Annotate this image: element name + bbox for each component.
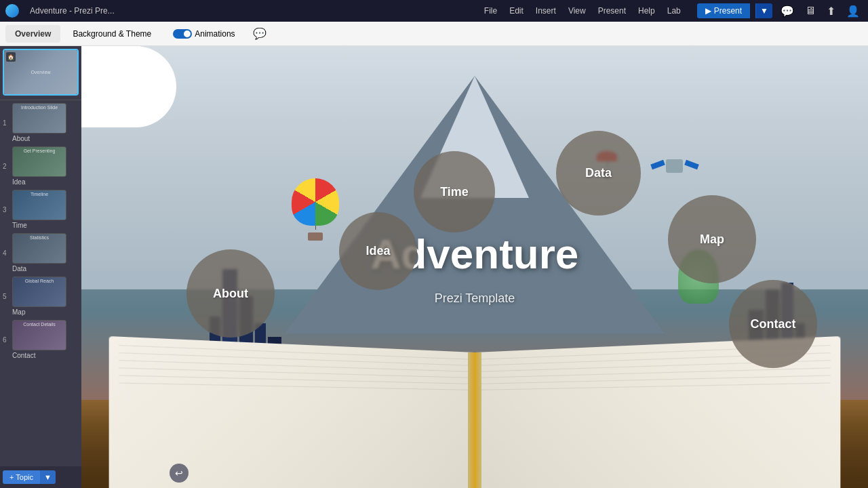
node-idea[interactable]: Idea	[339, 212, 417, 290]
main-area: 🏠 Overview Overview 1 Introduction Slide…	[0, 46, 868, 488]
menu-bar: File Edit Insert View Present Help Lab	[479, 3, 686, 18]
menu-view[interactable]: View	[563, 3, 591, 18]
slide-number: 2	[3, 163, 9, 170]
menu-file[interactable]: File	[479, 3, 502, 18]
comment-icon[interactable]: 💬	[253, 27, 267, 40]
slide-thumbnail-2: Get Presenting	[12, 146, 66, 177]
present-dropdown-button[interactable]: ▼	[755, 3, 772, 18]
list-item[interactable]: 1 Introduction Slide About	[3, 103, 79, 142]
tab-overview[interactable]: Overview	[5, 25, 60, 43]
node-data[interactable]: Data	[556, 131, 641, 216]
slide-thumbnail-1: Introduction Slide	[12, 103, 66, 134]
prezi-stage: About Time Idea Data Map Contact Adventu…	[81, 46, 868, 488]
slide-label-1: About	[12, 135, 30, 142]
topbar: Adventure - Prezi Pre... File Edit Inser…	[0, 0, 868, 22]
node-map[interactable]: Map	[668, 195, 756, 283]
slide-label-4: Data	[12, 265, 26, 272]
share-icon[interactable]: ⬆	[824, 3, 838, 19]
book-spine	[468, 352, 481, 488]
menu-help[interactable]: Help	[633, 3, 660, 18]
animations-toggle[interactable]	[173, 29, 192, 39]
satellite-panel-right	[684, 160, 699, 169]
satellite-decoration	[651, 151, 698, 182]
app-title: Adventure - Prezi Pre...	[30, 6, 468, 16]
home-icon: 🏠	[6, 52, 16, 62]
back-button[interactable]: ↩	[170, 464, 189, 483]
add-topic-dropdown[interactable]: ▼	[40, 470, 56, 484]
menu-present[interactable]: Present	[593, 3, 631, 18]
balloon-rope	[315, 226, 316, 230]
prezi-logo	[5, 4, 19, 18]
topbar-right: ▶ Present ▼ 💬 🖥 ⬆ 👤	[697, 3, 863, 19]
sidebar-overview-section: 🏠 Overview Overview	[0, 46, 81, 100]
toolbar: Overview Background & Theme Animations 💬	[0, 22, 868, 46]
slide-label-5: Map	[12, 308, 25, 316]
present-button[interactable]: ▶ Present	[697, 3, 750, 18]
menu-edit[interactable]: Edit	[504, 3, 529, 18]
book-left-page	[109, 336, 475, 488]
slide-label-2: Idea	[12, 178, 25, 186]
slide-thumb-overview[interactable]: 🏠 Overview Overview	[3, 49, 79, 96]
satellite-body	[666, 159, 683, 173]
book-decoration	[170, 339, 780, 488]
slide-thumbnail-5: Global Reach	[12, 277, 66, 307]
add-topic-button[interactable]: + Topic	[3, 470, 40, 484]
slide-thumbnail-3: Timeline	[12, 190, 66, 220]
hot-air-balloon	[292, 178, 339, 239]
slide-label-3: Time	[12, 222, 27, 229]
bottombar: + Topic ▼	[0, 466, 81, 488]
node-time[interactable]: Time	[414, 151, 495, 232]
list-item[interactable]: 2 Get Presenting Idea	[3, 146, 79, 186]
list-item[interactable]: 6 Contact Details Contact	[3, 320, 79, 359]
tab-animations[interactable]: Animations	[163, 25, 244, 43]
node-contact[interactable]: Contact	[729, 280, 817, 368]
list-item[interactable]: 5 Global Reach Map	[3, 277, 79, 316]
presentation-canvas[interactable]: About Time Idea Data Map Contact Adventu…	[81, 46, 868, 488]
satellite-panel-left	[650, 160, 665, 169]
list-item[interactable]: 4 Statistics Data	[3, 233, 79, 272]
play-icon: ▶	[705, 6, 711, 16]
slide-thumbnail-4: Statistics	[12, 233, 66, 264]
slide-number: 3	[3, 206, 9, 214]
balloon-basket	[308, 232, 323, 241]
slide-list: 1 Introduction Slide About 2 Get Present…	[0, 100, 81, 366]
presentation-subtitle: Prezi Template	[435, 291, 515, 305]
menu-insert[interactable]: Insert	[530, 3, 561, 18]
slide-number: 5	[3, 293, 9, 300]
slide-number: 6	[3, 336, 9, 344]
menu-lab[interactable]: Lab	[662, 3, 686, 18]
screen-icon[interactable]: 🖥	[802, 3, 818, 18]
slide-label-6: Contact	[12, 352, 35, 359]
animations-label: Animations	[195, 29, 235, 39]
node-about[interactable]: About	[186, 249, 275, 338]
slide-number: 1	[3, 119, 9, 127]
user-icon[interactable]: 👤	[844, 3, 863, 19]
overview-thumbnail: 🏠 Overview	[4, 50, 77, 94]
sidebar: 🏠 Overview Overview 1 Introduction Slide…	[0, 46, 81, 488]
list-item[interactable]: 3 Timeline Time	[3, 190, 79, 229]
tab-background[interactable]: Background & Theme	[63, 25, 161, 43]
balloon-body	[292, 178, 339, 226]
slide-thumbnail-6: Contact Details	[12, 320, 66, 350]
cloud-decoration	[81, 46, 176, 127]
slide-number: 4	[3, 249, 9, 257]
chat-icon[interactable]: 💬	[778, 3, 797, 19]
